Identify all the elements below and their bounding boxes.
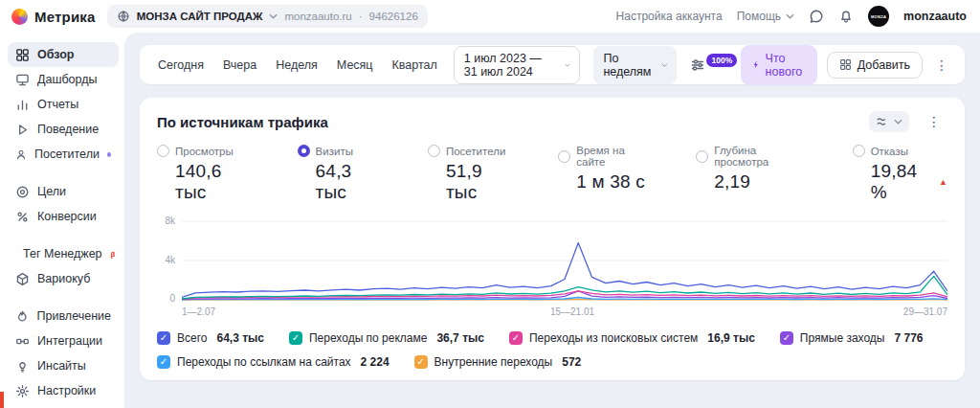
metric-visits[interactable]: Визиты 64,3 тыс [298, 145, 384, 203]
checkbox-icon: ✓ [414, 355, 428, 369]
sidebar-item-acquisition[interactable]: Привлечение [8, 304, 119, 329]
sidebar-item-settings[interactable]: Настройки [8, 378, 119, 403]
date-range-picker[interactable]: 1 июл 2023 — 31 июл 2024 [454, 46, 581, 84]
metric-value: 51,9 тыс [428, 161, 514, 203]
widget-title: По источникам трафика [157, 114, 328, 130]
legend-item-total[interactable]: ✓ Всего 64,3 тыс [157, 331, 264, 345]
beta-badge: β [111, 250, 116, 259]
grouping-select[interactable]: По неделям [593, 46, 677, 84]
sidebar-item-label: Обзор [37, 48, 74, 61]
legend-item-site-links[interactable]: ✓ Переходы по ссылкам на сайтах 2 224 [157, 355, 390, 369]
legend-value: 7 776 [894, 331, 923, 345]
bell-icon[interactable] [838, 9, 854, 24]
metric-bounce-rate[interactable]: Отказы 19,84 %▲ [853, 145, 947, 203]
range-today[interactable]: Сегодня [149, 53, 212, 78]
radio-icon [157, 145, 169, 157]
legend-item-search[interactable]: ✓ Переходы из поисковых систем 16,9 тыс [509, 331, 755, 345]
counter-separator: · [359, 11, 363, 22]
legend-label: Всего [177, 331, 207, 345]
checkbox-icon: ✓ [780, 331, 793, 345]
left-edge-red-bar [0, 392, 4, 408]
counter-favicon-icon [117, 10, 130, 23]
chevron-down-icon [565, 62, 570, 68]
counter-selector[interactable]: МОНЗА САЙТ ПРОДАЖ monzaauto.ru · 9462612… [107, 5, 428, 28]
sidebar-item-insights[interactable]: Инсайты [8, 353, 119, 378]
integration-icon [15, 334, 30, 349]
bar-chart-icon [15, 98, 30, 112]
play-icon [15, 123, 30, 137]
metric-value: 19,84 %▲ [853, 161, 947, 203]
metric-visitors[interactable]: Посетители 51,9 тыс [428, 145, 514, 203]
chart-x-axis: 1—2.07 15—21.01 29—31.07 [182, 306, 947, 319]
visitors-live-dot [107, 152, 111, 157]
sampling-control[interactable]: 100% [690, 57, 737, 73]
account-settings-link[interactable]: Настройка аккаунта [616, 10, 723, 23]
help-label: Помощь [737, 10, 781, 23]
range-quarter[interactable]: Квартал [384, 53, 446, 78]
user-name[interactable]: monzaauto [903, 10, 967, 23]
grouping-value: По неделям [603, 52, 653, 79]
avatar[interactable]: MONZA [868, 6, 889, 27]
metric-label: Глубина просмотра [714, 145, 808, 168]
chart-legend: ✓ Всего 64,3 тыс ✓ Переходы по рекламе 3… [157, 331, 947, 369]
sidebar-item-conversions[interactable]: Конверсии [8, 204, 119, 229]
checkbox-icon: ✓ [289, 331, 302, 345]
sidebar-item-behavior[interactable]: Поведение [8, 117, 119, 142]
legend-value: 16,9 тыс [707, 331, 755, 345]
chart-plot-area[interactable] [182, 215, 947, 304]
sidebar-item-goals[interactable]: Цели [8, 179, 119, 204]
sidebar-item-label: Посетители [34, 147, 100, 161]
target-icon [15, 185, 30, 199]
toolbar-kebab-menu[interactable]: ⋮ [928, 57, 955, 73]
chevron-down-icon [661, 62, 668, 68]
y-tick: 4k [165, 255, 175, 265]
metric-label: Отказы [871, 146, 908, 157]
legend-item-direct[interactable]: ✓ Прямые заходы 7 776 [780, 331, 924, 345]
lightning-icon [752, 58, 759, 71]
sidebar-item-label: Тег Менеджер [23, 247, 102, 261]
add-widget-button[interactable]: Добавить [827, 52, 923, 79]
metric-selector-row: Просмотры 140,6 тыс Визиты 64,3 тыс Посе… [157, 145, 947, 203]
legend-item-internal[interactable]: ✓ Внутренние переходы 572 [414, 355, 582, 369]
sidebar-item-label: Дашборды [37, 73, 98, 86]
sidebar-item-visitors[interactable]: Посетители [8, 142, 119, 167]
sidebar-item-label: Инсайты [37, 359, 86, 373]
sidebar-item-label: Привлечение [37, 309, 111, 323]
legend-value: 2 224 [361, 355, 390, 369]
bulb-icon [15, 359, 30, 374]
counter-name: МОНЗА САЙТ ПРОДАЖ [137, 11, 263, 22]
legend-label: Переходы по рекламе [309, 331, 427, 345]
help-menu[interactable]: Помощь [737, 10, 794, 23]
radio-icon [696, 150, 708, 163]
checkbox-icon: ✓ [157, 355, 170, 369]
sidebar-item-label: Настройки [37, 384, 96, 397]
chat-icon[interactable] [809, 9, 824, 24]
metric-depth[interactable]: Глубина просмотра 2,19 [696, 145, 808, 203]
range-week[interactable]: Неделя [267, 53, 326, 78]
whats-new-label: Что нового [766, 52, 806, 79]
sliders-icon [690, 57, 705, 73]
legend-value: 36,7 тыс [436, 331, 484, 345]
widget-kebab-menu[interactable]: ⋮ [921, 114, 947, 129]
sidebar-item-reports[interactable]: Отчеты [8, 92, 119, 117]
y-tick: 0 [169, 293, 175, 304]
chart-y-axis: 8k 4k 0 [157, 215, 182, 304]
metric-value: 140,6 тыс [157, 161, 254, 203]
chevron-down-icon [269, 13, 278, 19]
sidebar-item-integrations[interactable]: Интеграции [8, 329, 119, 353]
sidebar-item-variocube[interactable]: Вариокуб [8, 266, 119, 291]
metric-views[interactable]: Просмотры 140,6 тыс [157, 145, 254, 203]
metric-time-on-site[interactable]: Время на сайте 1 м 38 с [558, 145, 652, 203]
monitor-icon [15, 73, 30, 87]
range-month[interactable]: Месяц [328, 53, 382, 78]
sidebar-item-tag-manager[interactable]: Тег Менеджер β [8, 241, 119, 266]
legend-item-ads[interactable]: ✓ Переходы по рекламе 36,7 тыс [289, 331, 484, 345]
sidebar-item-dashboards[interactable]: Дашборды [8, 67, 119, 92]
range-yesterday[interactable]: Вчера [214, 53, 265, 78]
sidebar-item-label: Интеграции [37, 334, 102, 348]
metric-label: Посетители [446, 146, 505, 157]
whats-new-button[interactable]: Что нового [741, 45, 817, 85]
chart-settings-control[interactable] [869, 111, 909, 132]
radio-icon [428, 145, 440, 157]
sidebar-item-overview[interactable]: Обзор [8, 42, 119, 67]
